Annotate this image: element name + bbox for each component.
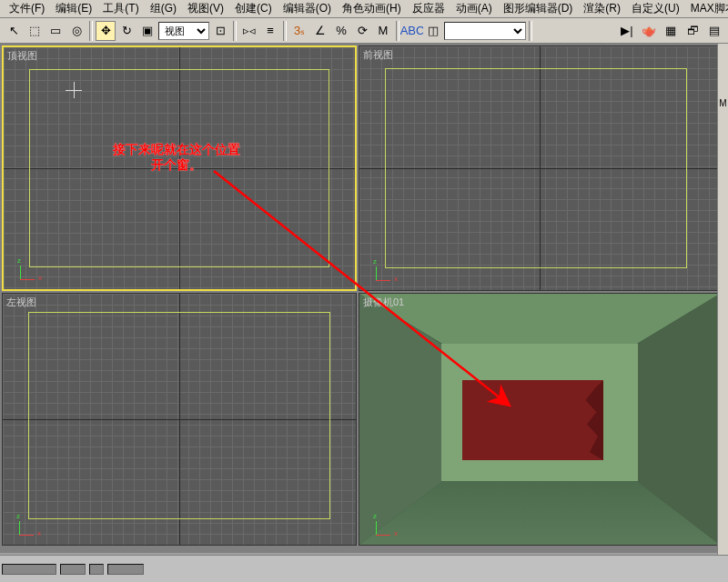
command-panel[interactable]: M (717, 44, 728, 582)
main-toolbar: ↖ ⬚ ▭ ◎ ✥ ↻ ▣ 视图 ⊡ ▹◃ ≡ 3ₛ ∠ % ⟳ M ABC ◫… (0, 18, 728, 44)
status-segment (89, 564, 104, 575)
align-icon[interactable]: ≡ (260, 21, 280, 41)
menu-modifiers[interactable]: 编辑器(O) (278, 0, 337, 18)
select-arrow-icon[interactable]: ↖ (4, 21, 24, 41)
render-scene-icon[interactable]: ▦ (661, 21, 681, 41)
menu-tools[interactable]: 工具(T) (97, 0, 144, 18)
quick-render-icon[interactable]: 🗗 (682, 21, 703, 41)
use-center-icon[interactable]: ⊡ (210, 21, 230, 41)
snap-toggle-icon[interactable]: 3ₛ (289, 21, 309, 41)
menu-create[interactable]: 创建(C) (229, 0, 278, 18)
render-teapot-icon[interactable]: 🫖 (639, 21, 659, 41)
annotation-line2: 开个窗。 (113, 157, 240, 173)
named-selection-dropdown[interactable] (444, 22, 526, 40)
axis-gizmo (369, 516, 390, 537)
menu-file[interactable]: 文件(F) (4, 0, 50, 18)
room-outline (28, 312, 330, 519)
camera-render (359, 294, 720, 545)
schematic-icon[interactable]: ◫ (423, 21, 443, 41)
named-sel-icon[interactable]: ABC (402, 21, 422, 41)
angle-snap-icon[interactable]: ∠ (310, 21, 330, 41)
menu-animation[interactable]: 动画(A) (450, 0, 498, 18)
viewport-container: 顶视图 前视图 左视图 摄像机01 接下来呢就在 (0, 44, 728, 553)
menu-grapheditors[interactable]: 图形编辑器(D) (498, 0, 579, 18)
viewport-front[interactable]: 前视图 (359, 45, 721, 291)
move-icon[interactable]: ✥ (96, 21, 116, 41)
menu-group[interactable]: 组(G) (145, 0, 182, 18)
viewport-label-front: 前视图 (363, 48, 393, 62)
room-outline (385, 68, 687, 268)
spinner-snap-icon[interactable]: ⟳ (352, 21, 372, 41)
menu-rendering[interactable]: 渲染(R) (578, 0, 626, 18)
material-editor-icon[interactable]: M (373, 21, 393, 41)
annotation-line1: 接下来呢就在这个位置 (113, 142, 240, 157)
scale-icon[interactable]: ▣ (137, 21, 157, 41)
menu-edit[interactable]: 编辑(E) (50, 0, 97, 18)
axis-gizmo (13, 260, 35, 282)
status-segment (107, 564, 144, 575)
viewport-label-top: 顶视图 (7, 49, 37, 63)
viewport-label-left: 左视图 (6, 296, 36, 309)
toolbar-separator (283, 21, 287, 41)
percent-snap-icon[interactable]: % (331, 21, 351, 41)
viewport-label-camera: 摄像机01 (363, 296, 404, 309)
menu-customize[interactable]: 自定义(U) (626, 0, 685, 18)
menu-views[interactable]: 视图(V) (182, 0, 229, 18)
menu-maxscript[interactable]: MAX脚本(M) (685, 0, 728, 18)
toolbar-separator (396, 21, 399, 41)
axis-gizmo (12, 516, 34, 537)
viewport-left[interactable]: 左视图 (2, 293, 357, 546)
toolbar-separator (89, 21, 93, 41)
viewport-camera[interactable]: 摄像机01 (359, 293, 721, 546)
layers-icon[interactable]: ▤ (704, 21, 724, 41)
select-circular-icon[interactable]: ◎ (66, 21, 86, 41)
keyframe-icon[interactable]: ▶| (617, 21, 637, 41)
annotation-text: 接下来呢就在这个位置 开个窗。 (113, 142, 240, 173)
status-bar (0, 555, 728, 582)
status-segment (60, 564, 86, 575)
mirror-icon[interactable]: ▹◃ (239, 21, 259, 41)
axis-gizmo (369, 261, 390, 283)
toolbar-separator (529, 21, 532, 41)
toolbar-separator (233, 21, 237, 41)
rotate-icon[interactable]: ↻ (116, 21, 136, 41)
panel-tab[interactable]: M (718, 98, 728, 108)
status-segment (2, 564, 56, 575)
cursor-icon (66, 82, 82, 98)
select-region-icon[interactable]: ⬚ (25, 21, 45, 41)
menu-bar: 文件(F) 编辑(E) 工具(T) 组(G) 视图(V) 创建(C) 编辑器(O… (0, 0, 728, 18)
menu-character[interactable]: 角色动画(H) (337, 0, 407, 18)
menu-reactor[interactable]: 反应器 (407, 0, 450, 18)
ref-coord-dropdown[interactable]: 视图 (158, 22, 209, 40)
select-window-icon[interactable]: ▭ (46, 21, 66, 41)
carpet-object (462, 380, 603, 460)
